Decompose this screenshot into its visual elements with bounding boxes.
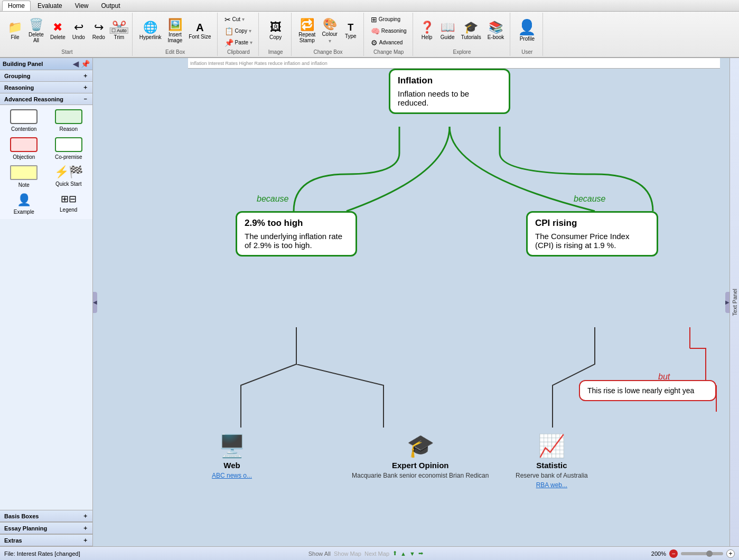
node-high[interactable]: 2.9% too high The underlying inflation r…: [236, 211, 357, 257]
quickstart-icon: ⚡🏁: [54, 165, 83, 179]
repeat-stamp-button[interactable]: 🔁 RepeatStamp: [296, 17, 318, 45]
zoom-out-button[interactable]: −: [669, 549, 678, 558]
colour-icon: 🎨: [323, 18, 337, 30]
reasoning-expand-icon[interactable]: ＋: [82, 83, 88, 91]
type-button[interactable]: T Type: [341, 21, 360, 41]
basis-boxes-expand-icon[interactable]: ＋: [82, 512, 88, 520]
show-map-link[interactable]: Show Map: [334, 550, 361, 557]
next-map-link[interactable]: Next Map: [364, 550, 389, 557]
undo-button[interactable]: ↩ Undo: [69, 20, 88, 42]
advanced-map-button[interactable]: ⚙ Advanced: [368, 37, 405, 48]
changemap-label: Change Map: [373, 48, 404, 55]
type-icon: T: [348, 23, 353, 32]
ribbon-group-start: 📁 File 🗑️ DeleteAll ✖ Delete ↩ Undo ↪ Re…: [2, 13, 133, 56]
font-size-button[interactable]: A Font Size: [186, 21, 213, 41]
ribbon-changemap-items: ⊞ Grouping 🧠 Reasoning ⚙ Advanced: [368, 14, 409, 48]
undo-icon: ↩: [74, 22, 83, 33]
sidebar-section-extras[interactable]: Extras ＋: [0, 534, 92, 546]
tutorials-icon: 🎓: [464, 22, 478, 33]
node-objection[interactable]: This rise is lowe nearly eight yea: [579, 380, 716, 401]
sidebar-section-basis-boxes[interactable]: Basis Boxes ＋: [0, 510, 92, 522]
trim-button[interactable]: ✂️ Trim ☐ Auto: [109, 20, 129, 42]
profile-button[interactable]: 👤 Profile: [515, 18, 539, 43]
paste-button[interactable]: 📌 Paste ▾: [222, 37, 256, 48]
note-shape: [10, 165, 38, 180]
delete-button[interactable]: ✖ Delete: [48, 20, 68, 42]
ribbon-start-items: 📁 File 🗑️ DeleteAll ✖ Delete ↩ Undo ↪ Re…: [5, 14, 129, 48]
web-link[interactable]: ABC news o...: [212, 472, 252, 479]
canvas-area[interactable]: Inflation Interest Rates Higher Rates re…: [93, 58, 729, 546]
example-icon: 👤: [17, 193, 31, 207]
sidebar-item-copremise[interactable]: Co-premise: [49, 137, 89, 160]
ribbon-group-changebox: 🔁 RepeatStamp 🎨 Colour ▾ T Type Change B…: [293, 13, 364, 56]
sidebar-item-quickstart[interactable]: ⚡🏁 Quick Start: [49, 165, 89, 188]
tutorials-button[interactable]: 🎓 Tutorials: [459, 20, 484, 42]
explore-label: Explore: [453, 48, 471, 55]
reason-shape: [55, 109, 82, 124]
guide-button[interactable]: 📖 Guide: [438, 20, 457, 42]
sidebar-section-grouping[interactable]: Grouping ＋: [0, 70, 92, 82]
menu-tab-view[interactable]: View: [69, 1, 95, 11]
delete-all-button[interactable]: 🗑️ DeleteAll: [26, 17, 46, 45]
sidebar-bottom: Basis Boxes ＋ Essay Planning ＋ Extras ＋: [0, 510, 92, 546]
icon-node-statistic[interactable]: 📈 Statistic Reserve bank of Australia RB…: [516, 433, 588, 489]
node-cpi[interactable]: CPI rising The Consumer Price Index (CPI…: [526, 211, 658, 257]
sidebar-item-reason[interactable]: Reason: [49, 109, 89, 132]
hyperlink-button[interactable]: 🌐 Hyperlink: [137, 20, 164, 42]
menu-tab-output[interactable]: Output: [96, 1, 126, 11]
copy-image-button[interactable]: 🖼 Copy: [266, 20, 285, 42]
right-collapse-handle[interactable]: ▶: [725, 292, 729, 313]
zoom-slider[interactable]: [681, 552, 723, 555]
node-inflation[interactable]: Inflation Inflation needs to be reduced.: [389, 69, 510, 114]
essay-planning-expand-icon[interactable]: ＋: [82, 524, 88, 532]
objection-shape: [10, 137, 38, 152]
menu-tab-evaluate[interactable]: Evaluate: [32, 1, 68, 11]
nav-up2-green[interactable]: ▲: [400, 550, 406, 557]
because-right-label: because: [574, 194, 606, 204]
icon-node-web[interactable]: 🖥️ Web ABC news o...: [212, 433, 252, 479]
grouping-button[interactable]: ⊞ Grouping: [368, 14, 403, 25]
statistic-link[interactable]: RBA web...: [536, 481, 567, 489]
sidebar-pin-btn[interactable]: 📌: [81, 60, 90, 68]
start-label: Start: [61, 48, 72, 55]
extras-expand-icon[interactable]: ＋: [82, 536, 88, 544]
ribbon-group-image: 🖼 Copy Image: [260, 13, 292, 56]
help-button[interactable]: ❓ Help: [417, 20, 437, 42]
left-collapse-handle[interactable]: ◀: [93, 292, 97, 313]
web-icon: 🖥️: [218, 433, 246, 459]
sidebar-item-legend[interactable]: ⊞⊟ Legend: [49, 193, 89, 215]
repeat-stamp-icon: 🔁: [300, 19, 314, 31]
nav-up-green[interactable]: ⬆: [392, 550, 397, 557]
file-button[interactable]: 📁 File: [5, 20, 25, 42]
sidebar: Building Panel ◀ 📌 Grouping ＋ Reasoning …: [0, 58, 93, 546]
ribbon: 📁 File 🗑️ DeleteAll ✖ Delete ↩ Undo ↪ Re…: [0, 12, 739, 58]
menu-tab-home[interactable]: Home: [2, 1, 31, 11]
grouping-expand-icon[interactable]: ＋: [82, 72, 88, 80]
sidebar-item-note[interactable]: Note: [4, 165, 44, 188]
ebook-button[interactable]: 📚 E-book: [485, 20, 507, 42]
reasoning-map-button[interactable]: 🧠 Reasoning: [368, 26, 409, 36]
sidebar-item-contention[interactable]: Contention: [4, 109, 44, 132]
sidebar-section-essay-planning[interactable]: Essay Planning ＋: [0, 522, 92, 534]
sidebar-collapse-btn[interactable]: ◀: [73, 60, 79, 68]
contention-shape: [10, 109, 38, 124]
colour-button[interactable]: 🎨 Colour ▾: [319, 17, 340, 45]
redo-button[interactable]: ↪ Redo: [89, 20, 108, 42]
copy-button[interactable]: 📋 Copy ▾: [222, 26, 254, 36]
cut-button[interactable]: ✂ Cut ▾: [222, 14, 248, 25]
ribbon-group-clipboard: ✂ Cut ▾ 📋 Copy ▾ 📌 Paste ▾ Clipboard: [219, 13, 259, 56]
show-all-link[interactable]: Show All: [308, 550, 331, 557]
sidebar-section-advanced[interactable]: Advanced Reasoning －: [0, 93, 92, 105]
nav-down-green[interactable]: ▼: [409, 550, 415, 557]
advanced-expand-icon[interactable]: －: [82, 95, 88, 103]
zoom-label: 200%: [651, 550, 666, 557]
insert-image-button[interactable]: 🖼️ InsertImage: [165, 17, 185, 45]
ebook-icon: 📚: [489, 22, 503, 33]
zoom-in-button[interactable]: +: [726, 549, 735, 558]
sidebar-section-reasoning[interactable]: Reasoning ＋: [0, 82, 92, 93]
icon-node-expert[interactable]: 🎓 Expert Opinion Macquarie Bank senior e…: [352, 433, 489, 479]
statistic-subtitle: Reserve bank of Australia: [516, 472, 588, 479]
sidebar-item-example[interactable]: 👤 Example: [4, 193, 44, 215]
nav-right-green[interactable]: ➡: [418, 550, 423, 557]
sidebar-item-objection[interactable]: Objection: [4, 137, 44, 160]
